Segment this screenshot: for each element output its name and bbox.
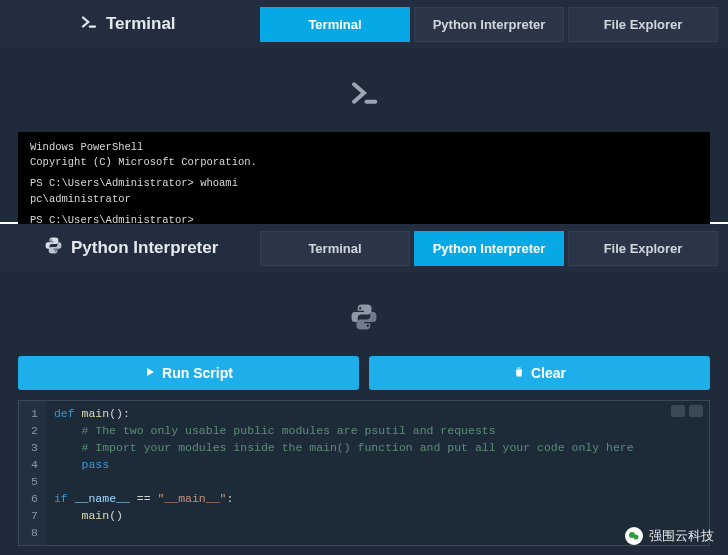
line-number: 8: [31, 524, 38, 541]
wechat-icon: [625, 527, 643, 545]
terminal-large-icon: [346, 78, 382, 112]
mini-icon-1: [671, 405, 685, 417]
tab-file-explorer-2[interactable]: File Explorer: [568, 231, 718, 266]
python-large-icon: [349, 302, 379, 336]
code-line: [54, 473, 634, 490]
tab-terminal[interactable]: Terminal: [260, 7, 410, 42]
tab-python-interpreter-2[interactable]: Python Interpreter: [414, 231, 564, 266]
terminal-title-text: Terminal: [106, 14, 176, 34]
clear-label: Clear: [531, 365, 566, 381]
play-icon: [144, 365, 156, 381]
line-number: 4: [31, 456, 38, 473]
code-line: # Import your modules inside the main() …: [54, 439, 634, 456]
line-number: 6: [31, 490, 38, 507]
code-content[interactable]: def main(): # The two only usable public…: [46, 401, 642, 545]
tab-terminal-2[interactable]: Terminal: [260, 231, 410, 266]
code-line: main(): [54, 507, 634, 524]
code-line: # The two only usable public modules are…: [54, 422, 634, 439]
line-number: 2: [31, 422, 38, 439]
python-title-text: Python Interpreter: [71, 238, 218, 258]
python-buttons: Run Script Clear: [0, 356, 728, 390]
run-script-label: Run Script: [162, 365, 233, 381]
console-line: Windows PowerShell: [30, 140, 698, 155]
tab-python-interpreter[interactable]: Python Interpreter: [414, 7, 564, 42]
bottom-tabs: Terminal Python Interpreter File Explore…: [260, 231, 718, 266]
terminal-title: Terminal: [0, 13, 260, 36]
python-section-icon-wrap: [0, 272, 728, 356]
line-number: 3: [31, 439, 38, 456]
tab-file-explorer[interactable]: File Explorer: [568, 7, 718, 42]
top-tabs: Terminal Python Interpreter File Explore…: [260, 7, 718, 42]
editor-mini-icons: [671, 405, 703, 417]
console-line: Copyright (C) Microsoft Corporation.: [30, 155, 698, 170]
code-line: pass: [54, 456, 634, 473]
terminal-panel: Terminal Terminal Python Interpreter Fil…: [0, 0, 728, 224]
line-number: 5: [31, 473, 38, 490]
line-gutter: 12345678: [19, 401, 46, 545]
terminal-section-icon-wrap: [0, 48, 728, 132]
console-line: PS C:\Users\Administrator> whoami: [30, 176, 698, 191]
terminal-header: Terminal Terminal Python Interpreter Fil…: [0, 0, 728, 48]
python-panel: Python Interpreter Terminal Python Inter…: [0, 224, 728, 555]
mini-icon-2: [689, 405, 703, 417]
run-script-button[interactable]: Run Script: [18, 356, 359, 390]
code-line: if __name__ == "__main__":: [54, 490, 634, 507]
watermark-text: 强围云科技: [649, 527, 714, 545]
watermark: 强围云科技: [625, 527, 714, 545]
code-line: def main():: [54, 405, 634, 422]
line-number: 7: [31, 507, 38, 524]
python-title: Python Interpreter: [0, 236, 260, 260]
code-editor[interactable]: 12345678 def main(): # The two only usab…: [18, 400, 710, 546]
terminal-console[interactable]: Windows PowerShellCopyright (C) Microsof…: [18, 132, 710, 236]
clear-button[interactable]: Clear: [369, 356, 710, 390]
svg-point-4: [634, 535, 639, 540]
trash-icon: [513, 365, 525, 381]
terminal-prompt-icon: [80, 13, 98, 36]
svg-marker-2: [147, 368, 154, 376]
code-line: [54, 524, 634, 541]
console-line: pc\administrator: [30, 192, 698, 207]
python-logo-icon: [44, 236, 63, 260]
line-number: 1: [31, 405, 38, 422]
python-header: Python Interpreter Terminal Python Inter…: [0, 224, 728, 272]
